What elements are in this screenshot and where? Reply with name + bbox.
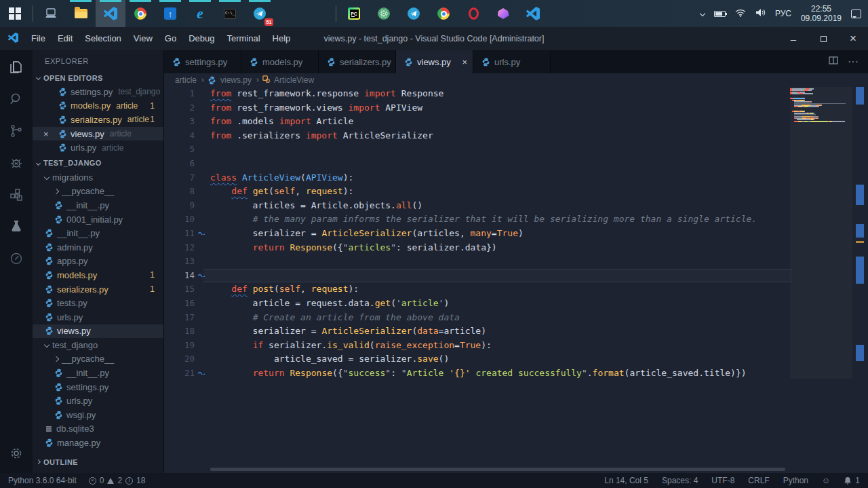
- tab-serializers.py[interactable]: serializers.py: [319, 50, 396, 73]
- open-editor-settings.py[interactable]: settings.pytest_django: [33, 85, 163, 99]
- language-mode[interactable]: Python: [783, 476, 808, 485]
- tree-item-urls.py[interactable]: urls.py: [33, 310, 163, 324]
- close-tab-icon[interactable]: ×: [462, 57, 467, 67]
- minimize-button[interactable]: –: [778, 27, 808, 50]
- menu-help[interactable]: Help: [267, 33, 297, 43]
- code-line-12[interactable]: 12 return Response({"articles": serializ…: [164, 241, 791, 255]
- taskbar-file-explorer[interactable]: [66, 0, 96, 27]
- breadcrumb-folder[interactable]: article: [175, 75, 197, 85]
- menu-debug[interactable]: Debug: [182, 33, 220, 43]
- code-line-10[interactable]: 10 # the many param informs the serializ…: [164, 212, 791, 227]
- tray-clock[interactable]: 22:55 09.09.2019: [801, 4, 842, 23]
- tree-item-0001_initial.py[interactable]: 0001_initial.py: [33, 212, 163, 227]
- open-editor-models.py[interactable]: models.pyarticle1: [33, 99, 163, 113]
- tab-views.py[interactable]: views.py×: [396, 50, 473, 73]
- tree-item-__pycache__[interactable]: __pycache__: [33, 352, 163, 367]
- taskbar-laptop-icon[interactable]: [36, 0, 66, 27]
- python-interpreter[interactable]: Python 3.6.0 64-bit: [8, 476, 77, 485]
- outline-header[interactable]: OUTLINE: [33, 455, 163, 469]
- tree-item-manage.py[interactable]: manage.py: [33, 436, 163, 450]
- open-editor-urls.py[interactable]: urls.pyarticle: [33, 140, 163, 155]
- menu-selection[interactable]: Selection: [79, 33, 127, 43]
- tree-item-wsgi.py[interactable]: wsgi.py: [33, 408, 163, 422]
- more-actions-icon[interactable]: ···: [848, 56, 859, 68]
- tab-models.py[interactable]: models.py: [241, 50, 319, 73]
- code-line-11[interactable]: 11 serializer = ArticleSerializer(articl…: [164, 227, 791, 241]
- code-line-6[interactable]: 6: [164, 157, 791, 171]
- tree-item-__init__.py[interactable]: __init__.py: [33, 198, 163, 212]
- problems-indicator[interactable]: ×0 2 i18: [89, 476, 146, 485]
- menu-go[interactable]: Go: [159, 33, 182, 43]
- wifi-icon[interactable]: [735, 7, 746, 20]
- tree-item-views.py[interactable]: views.py: [33, 324, 163, 339]
- code-line-21[interactable]: 21 return Response({"success": "Article …: [164, 367, 791, 381]
- taskbar-chrome-2[interactable]: [429, 0, 458, 27]
- eol-sequence[interactable]: CRLF: [748, 476, 769, 485]
- battery-icon[interactable]: [714, 11, 726, 17]
- tree-item-migrations[interactable]: migrations: [33, 170, 163, 185]
- encoding[interactable]: UTF-8: [711, 476, 734, 485]
- tree-item-serializers.py[interactable]: serializers.py1: [33, 282, 163, 297]
- minimap[interactable]: [790, 87, 852, 379]
- code-line-13[interactable]: 13: [164, 255, 791, 269]
- code-editor[interactable]: 1from rest_framework.response import Res…: [164, 87, 868, 473]
- taskbar-store-app[interactable]: ↑: [155, 0, 185, 27]
- taskbar-atom[interactable]: [369, 0, 399, 27]
- tree-item-models.py[interactable]: models.py1: [33, 268, 163, 282]
- taskbar-edge[interactable]: e: [185, 0, 215, 27]
- taskbar-telegram[interactable]: 51: [245, 0, 275, 27]
- tab-urls.py[interactable]: urls.py: [473, 50, 551, 73]
- code-line-9[interactable]: 9 articles = Article.objects.all(): [164, 199, 791, 213]
- tree-item-test_django[interactable]: test_django: [33, 338, 163, 352]
- extensions-icon[interactable]: [6, 185, 26, 205]
- code-line-2[interactable]: 2from rest_framework.views import APIVie…: [164, 101, 791, 115]
- feedback-smiley-icon[interactable]: ☺: [822, 476, 830, 485]
- tree-item-admin.py[interactable]: admin.py: [33, 240, 163, 255]
- taskbar-terminal[interactable]: C:\_: [215, 0, 245, 27]
- search-icon[interactable]: [6, 89, 26, 109]
- code-line-18[interactable]: 18 serializer = ArticleSerializer(data=a…: [164, 324, 791, 339]
- menu-terminal[interactable]: Terminal: [220, 33, 266, 43]
- project-folder-header[interactable]: TEST_DJANGO: [33, 156, 163, 170]
- breadcrumb-file[interactable]: views.py: [220, 75, 252, 85]
- volume-icon[interactable]: [755, 7, 766, 20]
- action-center-icon[interactable]: [851, 10, 861, 18]
- breadcrumb-symbol[interactable]: ArticleView: [274, 75, 314, 85]
- close-file-icon[interactable]: ×: [43, 127, 49, 141]
- open-editor-views.py[interactable]: ×views.pyarticle: [33, 127, 163, 141]
- maximize-button[interactable]: [808, 27, 838, 50]
- code-line-15[interactable]: 15 def post(self, request):: [164, 282, 791, 297]
- taskbar-vscode-active[interactable]: [96, 0, 125, 27]
- code-line-16[interactable]: 16 article = request.data.get('article'): [164, 297, 791, 311]
- taskbar-gem-app[interactable]: [488, 0, 518, 27]
- tree-item-__pycache__[interactable]: __pycache__: [33, 185, 163, 199]
- cursor-position[interactable]: Ln 14, Col 5: [604, 476, 648, 485]
- overview-ruler[interactable]: [852, 87, 868, 473]
- tree-item-tests.py[interactable]: tests.py: [33, 296, 163, 310]
- tree-item-__init__.py[interactable]: __init__.py: [33, 366, 163, 380]
- code-line-1[interactable]: 1from rest_framework.response import Res…: [164, 87, 791, 101]
- language-indicator[interactable]: РУС: [775, 9, 791, 18]
- debug-icon[interactable]: [6, 153, 26, 173]
- test-flask-icon[interactable]: [6, 217, 26, 237]
- open-editor-serializers.py[interactable]: serializers.pyarticle1: [33, 113, 163, 127]
- menu-view[interactable]: View: [127, 33, 159, 43]
- code-line-17[interactable]: 17 # Create an article from the above da…: [164, 311, 791, 325]
- open-editors-header[interactable]: OPEN EDITORS: [33, 71, 163, 85]
- settings-gear-icon[interactable]: [6, 443, 26, 464]
- tree-item-urls.py[interactable]: urls.py: [33, 394, 163, 408]
- indentation[interactable]: Spaces: 4: [662, 476, 698, 485]
- code-line-14[interactable]: 14: [164, 269, 791, 283]
- tree-item-__init__.py[interactable]: __init__.py: [33, 226, 163, 240]
- explorer-files-icon[interactable]: [6, 57, 26, 77]
- code-line-4[interactable]: 4from .serializers import ArticleSeriali…: [164, 129, 791, 143]
- code-line-8[interactable]: 8 def get(self, request):: [164, 185, 791, 199]
- tree-item-apps.py[interactable]: apps.py: [33, 255, 163, 269]
- taskbar-vscode-2[interactable]: [518, 0, 548, 27]
- code-line-19[interactable]: 19 if serializer.is_valid(raise_exceptio…: [164, 339, 791, 353]
- tab-settings.py[interactable]: settings.py: [164, 50, 241, 73]
- code-line-7[interactable]: 7class ArticleView(APIView):: [164, 171, 791, 185]
- time-gauge-icon[interactable]: [6, 248, 26, 269]
- split-editor-icon[interactable]: [829, 56, 838, 68]
- start-button[interactable]: [0, 0, 30, 27]
